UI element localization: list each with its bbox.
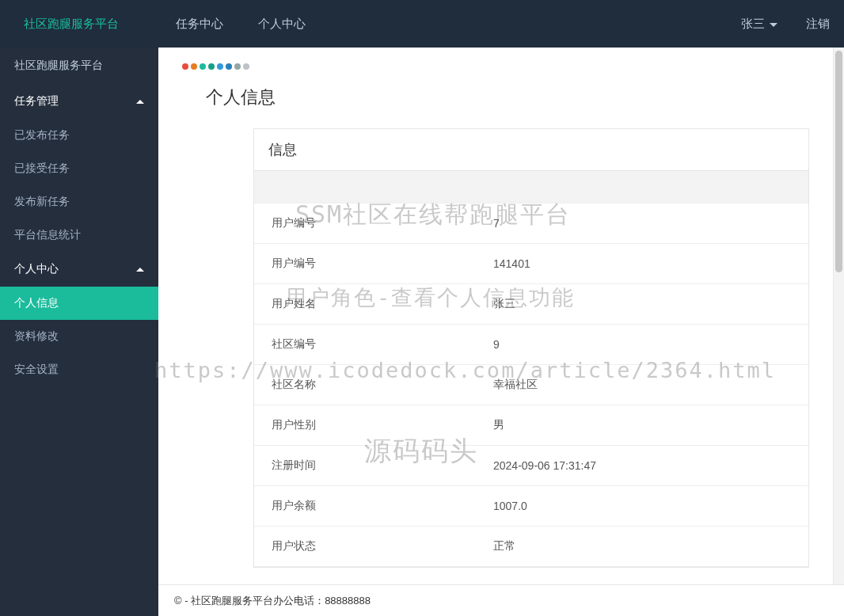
- row-label: 用户编号: [254, 203, 476, 243]
- row-label: 社区名称: [254, 364, 476, 405]
- logout-link[interactable]: 注销: [792, 17, 844, 32]
- row-value: 幸福社区: [476, 364, 808, 405]
- dot-gray[interactable]: [234, 63, 241, 70]
- sidebar-item-profile[interactable]: 个人信息: [0, 287, 158, 320]
- nav-task-center[interactable]: 任务中心: [158, 0, 241, 48]
- sidebar-group-label: 个人中心: [14, 262, 59, 276]
- table-row: 用户状态正常: [254, 526, 808, 566]
- dot-gray-light[interactable]: [243, 63, 249, 70]
- row-label: 用户姓名: [254, 283, 476, 324]
- top-navbar: 社区跑腿服务平台 任务中心 个人中心 张三 注销: [0, 0, 844, 48]
- row-label: 社区编号: [254, 324, 476, 364]
- sidebar-item-security[interactable]: 安全设置: [0, 353, 158, 386]
- info-table: 用户编号7用户编号141401用户姓名张三社区编号9社区名称幸福社区用户性别男注…: [254, 171, 808, 567]
- footer: © - 社区跑腿服务平台办公电话：88888888: [158, 584, 844, 616]
- table-row: 注册时间2024-09-06 17:31:47: [254, 445, 808, 485]
- scrollbar-thumb[interactable]: [835, 51, 842, 272]
- row-value: 141401: [476, 243, 808, 283]
- sidebar-item-new-task[interactable]: 发布新任务: [0, 185, 158, 219]
- table-row: 社区编号9: [254, 324, 808, 364]
- brand-title[interactable]: 社区跑腿服务平台: [0, 17, 158, 32]
- dot-orange[interactable]: [191, 63, 197, 70]
- sidebar-title: 社区跑腿服务平台: [0, 48, 158, 84]
- footer-text: © - 社区跑腿服务平台办公电话：88888888: [174, 594, 371, 608]
- row-value: 9: [476, 324, 808, 364]
- row-label: 注册时间: [254, 445, 476, 485]
- dot-teal-dark[interactable]: [208, 63, 215, 70]
- sidebar-group-task[interactable]: 任务管理: [0, 84, 158, 119]
- dot-teal[interactable]: [200, 63, 206, 70]
- row-value: 张三: [476, 283, 808, 324]
- sidebar-group-label: 任务管理: [14, 94, 59, 108]
- row-label: 用户性别: [254, 405, 476, 445]
- chevron-up-icon: [136, 268, 144, 272]
- row-value: 正常: [476, 526, 808, 566]
- vertical-scrollbar[interactable]: [833, 48, 844, 616]
- dot-blue[interactable]: [217, 63, 223, 70]
- table-row: 用户编号7: [254, 203, 808, 243]
- sidebar-group-personal[interactable]: 个人中心: [0, 252, 158, 287]
- sidebar-item-edit[interactable]: 资料修改: [0, 320, 158, 353]
- sidebar-item-stats[interactable]: 平台信息统计: [0, 219, 158, 252]
- table-row: 社区名称幸福社区: [254, 364, 808, 405]
- row-value: 男: [476, 405, 808, 445]
- nav-personal-center[interactable]: 个人中心: [241, 0, 323, 48]
- panel-header: 信息: [254, 129, 808, 171]
- table-row: 用户姓名张三: [254, 283, 808, 324]
- row-label: 用户编号: [254, 243, 476, 283]
- page-title: 个人信息: [206, 86, 809, 109]
- sidebar: 社区跑腿服务平台 任务管理 已发布任务 已接受任务 发布新任务 平台信息统计 个…: [0, 48, 158, 616]
- row-value: 1007.0: [476, 485, 808, 526]
- chevron-up-icon: [136, 100, 144, 104]
- table-row: 用户余额1007.0: [254, 485, 808, 526]
- row-value: 7: [476, 203, 808, 243]
- table-row: 用户编号141401: [254, 243, 808, 283]
- chevron-down-icon: [770, 23, 777, 27]
- sidebar-item-published[interactable]: 已发布任务: [0, 119, 158, 152]
- row-value: 2024-09-06 17:31:47: [476, 445, 808, 485]
- info-panel: 信息 用户编号7用户编号141401用户姓名张三社区编号9社区名称幸福社区用户性…: [253, 128, 809, 568]
- row-label: 用户状态: [254, 526, 476, 566]
- main-content: 个人信息 信息 用户编号7用户编号141401用户姓名张三社区编号9社区名称幸福…: [158, 48, 833, 616]
- sidebar-item-accepted[interactable]: 已接受任务: [0, 152, 158, 185]
- user-name: 张三: [741, 17, 765, 32]
- table-row: 用户性别男: [254, 405, 808, 445]
- theme-color-dots: [182, 63, 809, 70]
- row-label: 用户余额: [254, 485, 476, 526]
- user-dropdown[interactable]: 张三: [727, 17, 792, 32]
- dot-red[interactable]: [182, 63, 188, 70]
- dot-blue-dark[interactable]: [226, 63, 232, 70]
